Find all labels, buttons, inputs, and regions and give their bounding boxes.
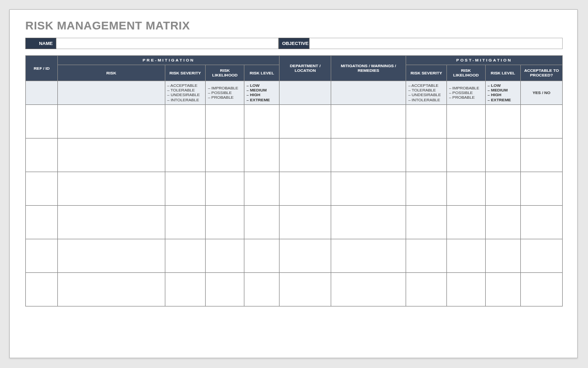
cell-sev[interactable] [165,239,206,272]
opt-risk-blank [58,81,165,105]
cell-plik[interactable] [446,138,485,172]
cell-psev[interactable] [406,272,447,306]
cell-mit[interactable] [331,272,406,306]
cell-dept[interactable] [280,205,331,239]
cell-acc[interactable] [521,104,563,138]
cell-ref[interactable] [26,138,58,172]
cell-lik[interactable] [206,239,244,272]
cell-psev[interactable] [406,104,447,138]
cell-lik[interactable] [206,272,244,306]
name-field[interactable] [56,38,278,49]
cell-psev[interactable] [406,205,447,239]
cell-dept[interactable] [280,172,331,205]
col-mitigations: MITIGATIONS / WARNINGS / REMEDIES [331,56,406,81]
cell-sev[interactable] [165,138,206,172]
opt-post-level: – LOW – MEDIUM – HIGH – EXTREME [485,81,520,105]
cell-acc[interactable] [521,239,563,272]
objective-field[interactable] [310,38,563,49]
cell-sev[interactable] [165,172,206,205]
cell-lvl[interactable] [244,239,280,272]
opt-ref-blank [26,81,58,105]
table-row [26,205,563,239]
opt-acceptable: YES / NO [521,81,563,105]
col-risk: RISK [58,65,165,81]
cell-lik[interactable] [206,172,244,205]
opt-post-severity: – ACCEPTABLE – TOLERABLE – UNDESIRABLE –… [406,81,447,105]
opt-likelihood: – IMPROBABLE – POSSIBLE – PROBABLE [206,81,244,105]
cell-mit[interactable] [331,104,406,138]
cell-plik[interactable] [446,272,485,306]
cell-plik[interactable] [446,205,485,239]
cell-lvl[interactable] [244,138,280,172]
cell-risk[interactable] [58,272,165,306]
col-acceptable: ACCEPTABLE TO PROCEED? [521,65,563,81]
cell-lvl[interactable] [244,172,280,205]
cell-lik[interactable] [206,138,244,172]
cell-dept[interactable] [280,272,331,306]
document-page: RISK MANAGEMENT MATRIX NAME OBJECTIVE RE… [9,9,578,358]
cell-plvl[interactable] [485,138,520,172]
cell-lvl[interactable] [244,104,280,138]
opt-mit-blank [331,81,406,105]
cell-plvl[interactable] [485,172,520,205]
cell-plvl[interactable] [485,239,520,272]
cell-risk[interactable] [58,239,165,272]
table-header: REF / ID PRE-MITIGATION DEPARTMENT / LOC… [26,56,563,105]
opt-post-likelihood: – IMPROBABLE – POSSIBLE – PROBABLE [446,81,485,105]
cell-dept[interactable] [280,104,331,138]
cell-risk[interactable] [58,138,165,172]
cell-risk[interactable] [58,205,165,239]
risk-matrix-table: REF / ID PRE-MITIGATION DEPARTMENT / LOC… [25,55,563,306]
cell-plvl[interactable] [485,272,520,306]
table-row [26,104,563,138]
table-body [26,104,563,306]
cell-ref[interactable] [26,239,58,272]
cell-plvl[interactable] [485,205,520,239]
cell-mit[interactable] [331,172,406,205]
col-level: RISK LEVEL [244,65,280,81]
cell-acc[interactable] [521,272,563,306]
cell-sev[interactable] [165,205,206,239]
cell-mit[interactable] [331,239,406,272]
cell-psev[interactable] [406,172,447,205]
col-group-post: POST-MITIGATION [406,56,563,65]
col-post-likelihood: RISK LIKELIHOOD [446,65,485,81]
col-severity: RISK SEVERITY [165,65,206,81]
opt-severity: – ACCEPTABLE – TOLERABLE – UNDESIRABLE –… [165,81,206,105]
cell-sev[interactable] [165,104,206,138]
cell-plvl[interactable] [485,104,520,138]
cell-mit[interactable] [331,205,406,239]
cell-lvl[interactable] [244,205,280,239]
table-row [26,172,563,205]
col-post-severity: RISK SEVERITY [406,65,447,81]
cell-acc[interactable] [521,138,563,172]
cell-plik[interactable] [446,239,485,272]
cell-mit[interactable] [331,138,406,172]
col-likelihood: RISK LIKELIHOOD [206,65,244,81]
opt-level: – LOW – MEDIUM – HIGH – EXTREME [244,81,280,105]
cell-dept[interactable] [280,138,331,172]
cell-risk[interactable] [58,172,165,205]
col-ref: REF / ID [26,56,58,81]
cell-ref[interactable] [26,104,58,138]
cell-plik[interactable] [446,104,485,138]
cell-sev[interactable] [165,272,206,306]
cell-acc[interactable] [521,172,563,205]
options-row: – ACCEPTABLE – TOLERABLE – UNDESIRABLE –… [26,81,563,105]
cell-plik[interactable] [446,172,485,205]
table-row [26,272,563,306]
cell-dept[interactable] [280,239,331,272]
cell-psev[interactable] [406,138,447,172]
cell-lik[interactable] [206,205,244,239]
cell-acc[interactable] [521,205,563,239]
cell-risk[interactable] [58,104,165,138]
cell-lvl[interactable] [244,272,280,306]
name-label: NAME [25,38,56,49]
table-row [26,138,563,172]
cell-ref[interactable] [26,205,58,239]
cell-ref[interactable] [26,272,58,306]
cell-lik[interactable] [206,104,244,138]
cell-ref[interactable] [26,172,58,205]
cell-psev[interactable] [406,239,447,272]
col-dept: DEPARTMENT / LOCATION [280,56,331,81]
